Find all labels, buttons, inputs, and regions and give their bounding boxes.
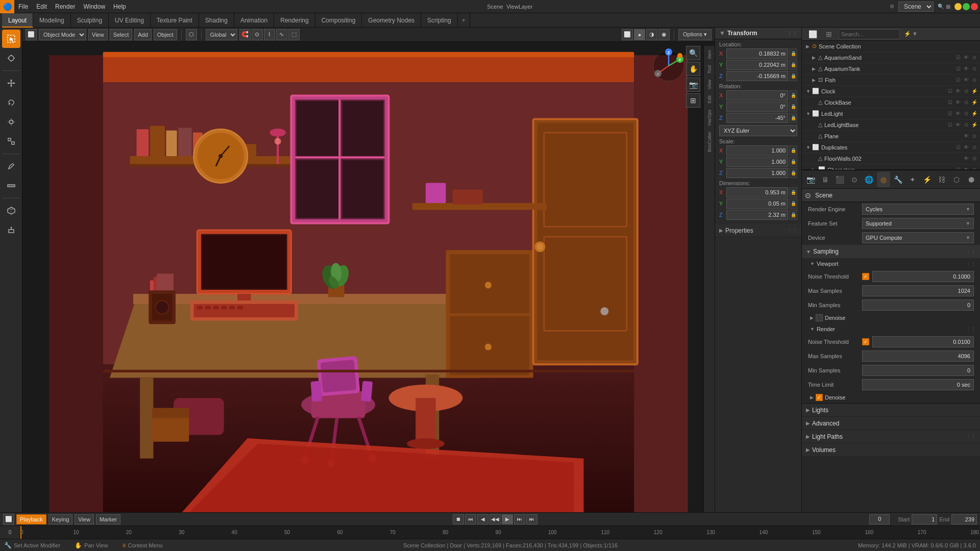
view-menu[interactable]: View xyxy=(75,514,94,524)
rot-z-lock[interactable]: 🔒 xyxy=(789,113,797,123)
outliner-item[interactable]: ▼ ⬜ LedLight ☑ 👁 ⊙ ⚡ xyxy=(802,108,980,119)
item-visibility[interactable]: 👁 xyxy=(963,144,970,150)
vp-info-btn[interactable]: ⊞ xyxy=(686,93,700,108)
dim-y-lock[interactable]: 🔒 xyxy=(789,198,797,209)
menu-window[interactable]: Window xyxy=(79,0,109,13)
vp-noise-checkbox[interactable]: ✓ xyxy=(862,273,869,280)
tab-modeling[interactable]: Modeling xyxy=(33,13,71,28)
material-shading-btn[interactable]: ◑ xyxy=(646,29,657,40)
viewport-shading-icon[interactable]: ⬡ xyxy=(186,29,197,40)
render-sub-opts[interactable]: ⋮⋮ xyxy=(966,327,976,332)
item-checkbox[interactable]: ☑ xyxy=(954,55,962,60)
tab-uv-editing[interactable]: UV Editing xyxy=(109,13,151,28)
playback-menu[interactable]: Playback xyxy=(16,514,46,524)
loc-x-lock[interactable]: 🔒 xyxy=(789,48,797,59)
viewport-type-icon[interactable]: ⬜ xyxy=(26,29,37,40)
rp-world-icon[interactable]: 🌐 xyxy=(862,172,876,187)
outliner-item[interactable]: ▼ ⬜ Duplicates ☑ 👁 ⊙ xyxy=(802,142,980,153)
item-checkbox[interactable]: ☑ xyxy=(954,167,962,169)
viewport-subsection-header[interactable]: ▼ Viewport ⋮⋮ xyxy=(802,258,980,269)
scene-selector[interactable]: Scene xyxy=(898,2,934,12)
item-render[interactable]: ⊙ xyxy=(971,55,978,60)
item-render[interactable]: ⊙ xyxy=(971,133,978,139)
loc-z-input[interactable]: -0.15669 m xyxy=(726,71,788,81)
item-checkbox[interactable]: ☑ xyxy=(954,77,962,83)
transport-prev-keyframe[interactable]: ⏮ xyxy=(465,514,476,524)
transport-stop[interactable]: ⏹ xyxy=(453,514,464,524)
boxcutter-strip-label[interactable]: BoxCutter xyxy=(707,130,712,154)
outliner-item[interactable]: △ ClockBase ☑ 👁 ⊙ ⚡ xyxy=(802,97,980,108)
scale-y-lock[interactable]: 🔒 xyxy=(789,157,797,167)
proportional-edit[interactable]: ⊙ xyxy=(252,29,263,40)
scale-z-lock[interactable]: 🔒 xyxy=(789,168,797,178)
wireframe-shading-btn[interactable]: ⬜ xyxy=(622,29,633,40)
item-render[interactable]: ⊙ xyxy=(963,99,970,105)
r-max-samples-value[interactable] xyxy=(862,350,974,362)
item-render[interactable]: ⊙ xyxy=(971,144,978,150)
edit-strip-label[interactable]: Edit xyxy=(707,93,712,106)
light-paths-opts[interactable]: ⋮⋮ xyxy=(966,434,976,439)
end-frame-input[interactable] xyxy=(951,514,977,524)
item-render[interactable]: ⊙ xyxy=(963,88,970,94)
r-noise-checkbox[interactable]: ✓ xyxy=(862,338,869,345)
rp-modifier-icon[interactable]: 🔧 xyxy=(891,172,905,187)
keying-menu[interactable]: Keying xyxy=(48,514,73,524)
light-paths-section[interactable]: ▶ Light Paths ⋮⋮ xyxy=(802,430,980,443)
close-button[interactable] xyxy=(971,3,978,10)
outliner-search-input[interactable] xyxy=(839,29,900,39)
volumes-section[interactable]: ▶ Volumes xyxy=(802,443,980,457)
tool-annotate[interactable] xyxy=(2,157,20,176)
tab-texture-paint[interactable]: Texture Paint xyxy=(151,13,199,28)
loc-z-lock[interactable]: 🔒 xyxy=(789,71,797,81)
outliner-icon-2[interactable]: ⊞ xyxy=(821,28,837,42)
item-visibility[interactable]: 👁 xyxy=(963,167,970,169)
rot-y-lock[interactable]: 🔒 xyxy=(789,102,797,112)
tab-add[interactable]: + xyxy=(458,13,470,28)
tool-transform[interactable] xyxy=(2,132,20,151)
outliner-item[interactable]: ▶ ⊡ Fish ☑ 👁 ⊙ xyxy=(802,74,980,86)
dim-z-lock[interactable]: 🔒 xyxy=(789,210,797,220)
item-visibility[interactable]: 👁 xyxy=(963,77,970,83)
outliner-item[interactable]: △ FloorWalls.002 👁 ⊙ xyxy=(802,153,980,164)
menu-file[interactable]: File xyxy=(14,0,32,13)
tab-layout[interactable]: Layout xyxy=(2,13,33,28)
denoise-1-checkbox[interactable] xyxy=(816,314,823,321)
properties-opts[interactable]: ⋮⋮ xyxy=(787,228,797,233)
tab-rendering[interactable]: Rendering xyxy=(274,13,315,28)
denoise-1-header[interactable]: ▶ Denoise xyxy=(802,312,980,323)
r-noise-value[interactable] xyxy=(872,336,974,347)
item-visibility[interactable]: 👁 xyxy=(954,111,962,116)
item-render[interactable]: ⊙ xyxy=(971,77,978,83)
object-mode-selector[interactable]: Object Mode xyxy=(39,29,86,40)
tab-animation[interactable]: Animation xyxy=(234,13,274,28)
dim-y-input[interactable]: 0.05 m xyxy=(726,198,788,209)
scene-viewport[interactable] xyxy=(22,42,715,512)
item-render[interactable]: ⊙ xyxy=(971,156,978,161)
properties-section[interactable]: ▶ Properties ⋮⋮ xyxy=(715,224,801,237)
outliner-item[interactable]: ▶ △ AquariumSand ☑ 👁 ⊙ xyxy=(802,52,980,63)
tool-cursor[interactable] xyxy=(2,49,20,67)
tool-extrude[interactable] xyxy=(2,221,20,239)
rot-x-input[interactable]: 0° xyxy=(726,90,788,101)
item-checkbox[interactable]: ☑ xyxy=(946,111,953,116)
transport-play[interactable]: ▶ xyxy=(502,514,513,524)
select-menu-btn[interactable]: Select xyxy=(110,29,133,40)
denoise-2-checkbox[interactable]: ✓ xyxy=(816,394,823,401)
rp-scene-icon[interactable]: ⊙ xyxy=(848,172,862,187)
overlay-toggle[interactable]: ∿ xyxy=(276,29,287,40)
outliner-icon-1[interactable]: ⬜ xyxy=(805,28,820,42)
transport-rewind[interactable]: ◀ xyxy=(477,514,488,524)
scale-y-input[interactable]: 1.000 xyxy=(726,157,788,167)
rp-particles-icon[interactable]: ✦ xyxy=(906,172,920,187)
dim-x-input[interactable]: 0.953 m xyxy=(726,187,788,197)
transform-pivot-selector[interactable]: Global xyxy=(206,29,237,40)
tool-move[interactable] xyxy=(2,74,20,92)
sampling-opts[interactable]: ⋮⋮ xyxy=(966,249,976,255)
item-checkbox[interactable]: ☑ xyxy=(954,144,962,150)
outliner-item[interactable]: ▶ ⬜ Characters ☑ 👁 ⊙ xyxy=(802,164,980,169)
loc-y-lock[interactable]: 🔒 xyxy=(789,60,797,70)
solid-shading-btn[interactable]: ● xyxy=(634,29,645,40)
advanced-section[interactable]: ▶ Advanced xyxy=(802,417,980,430)
menu-render[interactable]: Render xyxy=(51,0,79,13)
tab-scripting[interactable]: Scripting xyxy=(421,13,458,28)
